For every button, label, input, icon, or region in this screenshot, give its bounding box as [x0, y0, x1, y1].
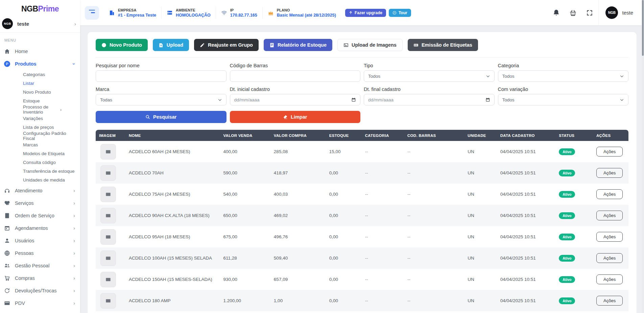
- sidebar-item-label: Pessoas: [15, 250, 34, 256]
- sidebar-item-ordem-servico[interactable]: Ordem de Serviço ›: [0, 209, 80, 222]
- sidebar-item-servicos[interactable]: Serviços ›: [0, 197, 80, 209]
- sidebar-item-devolucoes[interactable]: Devoluções/Trocas ›: [0, 284, 80, 297]
- image-placeholder: [100, 293, 116, 309]
- image-placeholder: [100, 250, 116, 266]
- sidebar-item-label: Compras: [15, 275, 35, 281]
- row-actions-button[interactable]: Ações: [596, 232, 623, 242]
- column-header: NOME: [125, 134, 220, 138]
- basket-button[interactable]: [569, 9, 577, 17]
- products-card: Novo Produto Upload Reajuste em Grupo Re…: [88, 32, 637, 313]
- status-badge: Ativo: [559, 170, 575, 176]
- sidebar-item-usuarios[interactable]: Usuários ›: [0, 234, 80, 247]
- produtos-submenu: Categorias Listar Novo Produto Estoque: [0, 70, 80, 184]
- sidebar-subitem[interactable]: Listar: [0, 79, 80, 88]
- table-row: ACDELCO 70AH 590,00 418,97 0,00 -- -- UN…: [96, 162, 628, 184]
- start-date-input[interactable]: dd/mm/aaaa: [230, 94, 361, 105]
- variation-select[interactable]: Todos: [498, 94, 629, 105]
- filter-brand: Marca Todas: [96, 87, 226, 105]
- scrollbar-thumb[interactable]: [642, 0, 644, 56]
- labels-button[interactable]: Emissão de Etiquetas: [408, 39, 478, 51]
- status-badge: Ativo: [559, 255, 575, 262]
- cell-unit: UN: [464, 192, 497, 197]
- sidebar-subitem[interactable]: Estoque: [0, 96, 80, 105]
- brand-select[interactable]: Todas: [96, 94, 226, 105]
- clear-button[interactable]: Limpar: [230, 111, 361, 123]
- sidebar-item-gestao-pessoal[interactable]: Gestão Pessoal ›: [0, 259, 80, 272]
- image-placeholder: [100, 165, 116, 181]
- filter-label: Marca: [96, 87, 226, 92]
- category-select[interactable]: Todos: [498, 70, 629, 82]
- upload-button[interactable]: Upload: [153, 39, 189, 51]
- type-select[interactable]: Todos: [364, 70, 495, 82]
- cell-sale-price: 590,00: [220, 170, 270, 175]
- sidebar-subitem[interactable]: Processo de Inventário ›: [0, 105, 80, 114]
- sidebar-subitem[interactable]: Unidades de medida: [0, 175, 80, 184]
- cell-image: [96, 208, 125, 223]
- sidebar-subitem[interactable]: Consulta código: [0, 158, 80, 167]
- end-date-input[interactable]: dd/mm/aaaa: [364, 94, 495, 105]
- sidebar-item-pessoas[interactable]: Pessoas ›: [0, 247, 80, 259]
- sidebar-subitem-label: Categorias: [23, 72, 45, 77]
- sidebar-subitem[interactable]: Variações: [0, 114, 80, 123]
- sidebar-item-compras[interactable]: Compras ›: [0, 272, 80, 284]
- cell-image: [96, 250, 125, 266]
- cell-barcode: --: [404, 192, 464, 197]
- sidebar-item-agendamentos[interactable]: Agendamentos ›: [0, 222, 80, 234]
- search-button[interactable]: Pesquisar: [96, 111, 226, 123]
- sidebar-subitem[interactable]: Novo Produto: [0, 88, 80, 96]
- cell-barcode: --: [404, 213, 464, 218]
- fullscreen-button[interactable]: [586, 9, 593, 16]
- sidebar-item-atendimento[interactable]: Atendimento ›: [0, 184, 80, 197]
- sidebar-subitem[interactable]: Categorias: [0, 70, 80, 79]
- tour-button[interactable]: Tour: [389, 9, 411, 17]
- row-actions-button[interactable]: Ações: [596, 168, 623, 178]
- table-row: ACDELCO 60AH (24 MESES) 400,00 285,08 15…: [96, 141, 628, 162]
- row-actions-button[interactable]: Ações: [596, 296, 623, 306]
- sidebar-item-produtos[interactable]: P Produtos ›: [0, 57, 80, 70]
- sidebar-item-pdv[interactable]: PDV ›: [0, 297, 80, 309]
- button-label: Relatório de Estoque: [278, 42, 327, 48]
- cell-purchase-price: 509,40: [270, 256, 326, 261]
- chevron-right-icon: ›: [73, 238, 75, 243]
- basket-icon: [569, 9, 577, 17]
- cell-purchase-price: 418,97: [270, 170, 326, 175]
- notifications-button[interactable]: [553, 9, 560, 16]
- header-badges: Fazer upgrade Tour: [345, 9, 411, 17]
- cell-created-at: 04/04/2025 10:51: [497, 192, 555, 197]
- column-header: VALOR VENDA: [220, 134, 270, 138]
- row-actions-button[interactable]: Ações: [596, 147, 623, 156]
- stock-report-button[interactable]: Relatório de Estoque: [264, 39, 332, 51]
- image-icon: [343, 43, 349, 48]
- products-icon: P: [4, 61, 10, 67]
- cell-stock: 0,00: [326, 213, 362, 218]
- menu-toggle-button[interactable]: [85, 6, 99, 20]
- sidebar-subitem[interactable]: Marcas: [0, 140, 80, 149]
- name-search-input[interactable]: [96, 70, 226, 82]
- search-icon: [145, 115, 150, 119]
- sidebar-item-home[interactable]: Home: [0, 45, 80, 57]
- row-actions-button[interactable]: Ações: [596, 253, 623, 263]
- sidebar-subitem[interactable]: Transferência de estoque: [0, 167, 80, 175]
- cell-category: --: [362, 149, 404, 154]
- filter-barcode: Código de Barras: [230, 63, 361, 82]
- chevron-right-icon: ›: [60, 107, 62, 112]
- new-product-button[interactable]: Novo Produto: [96, 39, 148, 51]
- upgrade-button[interactable]: Fazer upgrade: [345, 9, 386, 17]
- sidebar-subitem[interactable]: Modelos de Etiqueta: [0, 149, 80, 158]
- sidebar-item-label: Home: [15, 49, 28, 54]
- group-adjust-button[interactable]: Reajuste em Grupo: [194, 39, 259, 51]
- chip-value: HOMOLOGAÇÃO: [176, 13, 211, 18]
- sidebar-user[interactable]: NGB teste ›: [0, 18, 80, 33]
- row-actions-button[interactable]: Ações: [596, 189, 623, 199]
- barcode-input[interactable]: [230, 70, 361, 82]
- user-menu[interactable]: NGB teste: [598, 0, 641, 25]
- row-actions-button[interactable]: Ações: [596, 211, 623, 220]
- page-scrollbar[interactable]: [642, 0, 644, 313]
- cell-stock: 0,00: [326, 170, 362, 175]
- row-actions-button[interactable]: Ações: [596, 274, 623, 284]
- sidebar-subitem[interactable]: Configuração Padrão Fiscal: [0, 131, 80, 140]
- filter-category: Categoria Todos: [498, 63, 629, 82]
- cell-sale-price: 650,00: [220, 213, 270, 218]
- upload-images-button[interactable]: Upload de Imagens: [337, 39, 403, 51]
- sidebar-subitem[interactable]: Lista de preços: [0, 123, 80, 131]
